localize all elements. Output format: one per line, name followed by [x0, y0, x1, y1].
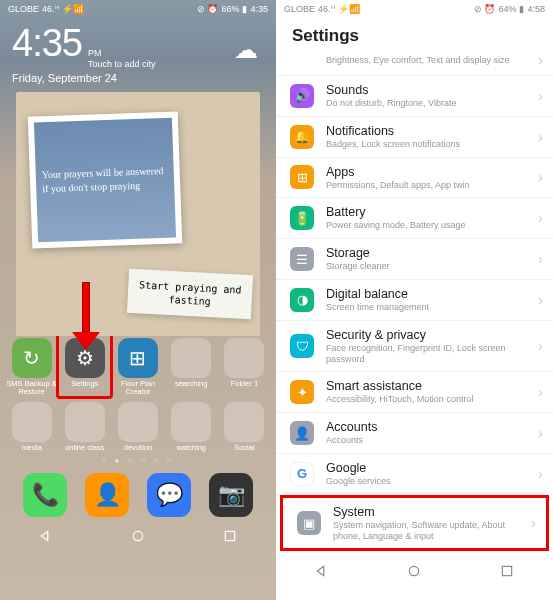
- settings-item-battery[interactable]: 🔋 Battery Power saving mode, Battery usa…: [276, 198, 553, 239]
- settings-icon: 🔊: [290, 84, 314, 108]
- settings-label: Notifications: [326, 124, 538, 138]
- settings-label: Digital balance: [326, 287, 538, 301]
- clock-ampm: PM: [88, 48, 156, 59]
- carrier: GLOBE: [8, 4, 39, 14]
- chevron-right-icon: ›: [538, 466, 543, 482]
- settings-desc: Storage cleaner: [326, 261, 538, 272]
- battery-percent: 64%: [498, 4, 516, 14]
- status-time: 4:35: [250, 4, 268, 14]
- carrier: GLOBE: [284, 4, 315, 14]
- settings-list[interactable]: Brightness, Eye comfort, Text and displa…: [276, 52, 553, 556]
- settings-desc: Screen time management: [326, 302, 538, 313]
- dock-app[interactable]: 📞: [23, 473, 67, 517]
- folder-icon: [65, 402, 105, 442]
- settings-icon: ☰: [290, 247, 314, 271]
- settings-label: Apps: [326, 165, 538, 179]
- nav-back-icon[interactable]: [315, 564, 329, 578]
- settings-screen: GLOBE 46.ᴴ ⚡📶 ⊘ ⏰ 64% ▮ 4:58 Settings Br…: [276, 0, 553, 600]
- nav-recent-icon[interactable]: [500, 564, 514, 578]
- app-row-1: ↻SMS Backup & Restore⚙Settings⊞Floor Pla…: [0, 336, 276, 397]
- settings-label: Sounds: [326, 83, 538, 97]
- folder-icon: [224, 338, 264, 378]
- home-screen: GLOBE 46.ᴴ ⚡📶 ⊘ ⏰ 66% ▮ 4:35 4:35 PM Tou…: [0, 0, 276, 600]
- settings-item-security-privacy[interactable]: 🛡 Security & privacy Face recognition, F…: [276, 321, 553, 373]
- dock-app[interactable]: 👤: [85, 473, 129, 517]
- nav-home-icon[interactable]: [407, 564, 421, 578]
- polaroid-text: Your prayers will be answered if you don…: [42, 163, 169, 195]
- app-folder-1[interactable]: Folder 1: [219, 336, 270, 397]
- app-icon: ↻: [12, 338, 52, 378]
- settings-icon: 🔔: [290, 125, 314, 149]
- settings-item-display[interactable]: Brightness, Eye comfort, Text and displa…: [276, 52, 553, 76]
- nav-back-icon[interactable]: [39, 529, 53, 543]
- settings-item-notifications[interactable]: 🔔 Notifications Badges, Lock screen noti…: [276, 117, 553, 158]
- settings-item-apps[interactable]: ⊞ Apps Permissions, Default apps, App tw…: [276, 158, 553, 199]
- nav-recent-icon[interactable]: [223, 529, 237, 543]
- status-bar: GLOBE 46.ᴴ ⚡📶 ⊘ ⏰ 64% ▮ 4:58: [276, 0, 553, 18]
- clock-time: 4:35: [12, 22, 82, 65]
- app-watching[interactable]: watching: [166, 400, 217, 452]
- nav-bar: [0, 521, 276, 551]
- weather-icon[interactable]: ☁: [234, 36, 258, 64]
- nav-bar: [276, 556, 553, 586]
- dock-app[interactable]: 💬: [147, 473, 191, 517]
- settings-label: Storage: [326, 246, 538, 260]
- signal-icon: 46.ᴴ: [318, 4, 335, 14]
- settings-desc: Accounts: [326, 435, 538, 446]
- app-label: media: [21, 444, 41, 452]
- settings-icon: 🔋: [290, 206, 314, 230]
- status-bar: GLOBE 46.ᴴ ⚡📶 ⊘ ⏰ 66% ▮ 4:35: [0, 0, 276, 18]
- chevron-right-icon: ›: [538, 384, 543, 400]
- app-label: devotion: [124, 444, 152, 452]
- chevron-right-icon: ›: [538, 292, 543, 308]
- settings-icon: ◑: [290, 288, 314, 312]
- svg-rect-3: [502, 566, 511, 575]
- settings-desc: Brightness, Eye comfort, Text and displa…: [326, 55, 538, 66]
- battery-icon: ▮: [519, 4, 524, 14]
- app-media[interactable]: media: [6, 400, 57, 452]
- settings-item-digital-balance[interactable]: ◑ Digital balance Screen time management…: [276, 280, 553, 321]
- alarm-icon: ⊘ ⏰: [197, 4, 219, 14]
- settings-desc: Google services: [326, 476, 538, 487]
- app-floor-plan-creator[interactable]: ⊞Floor Plan Creator: [112, 336, 163, 397]
- settings-label: Accounts: [326, 420, 538, 434]
- settings-icon: ▣: [297, 511, 321, 535]
- status-time: 4:58: [527, 4, 545, 14]
- clock-date: Friday, September 24: [12, 72, 264, 84]
- settings-desc: Permissions, Default apps, App twin: [326, 180, 538, 191]
- settings-label: System: [333, 505, 531, 519]
- chevron-right-icon: ›: [538, 88, 543, 104]
- annotation-arrow: [72, 282, 100, 350]
- settings-item-google[interactable]: G Google Google services ›: [276, 454, 553, 495]
- app-devotion[interactable]: devotion: [112, 400, 163, 452]
- chevron-right-icon: ›: [538, 52, 543, 68]
- app-icon: ⊞: [118, 338, 158, 378]
- app-searching[interactable]: searching: [166, 336, 217, 397]
- app-label: watching: [176, 444, 206, 452]
- settings-item-storage[interactable]: ☰ Storage Storage cleaner ›: [276, 239, 553, 280]
- chevron-right-icon: ›: [538, 210, 543, 226]
- app-label: online class: [65, 444, 104, 452]
- settings-desc: Power saving mode, Battery usage: [326, 220, 538, 231]
- nav-home-icon[interactable]: [131, 529, 145, 543]
- settings-item-accounts[interactable]: 👤 Accounts Accounts ›: [276, 413, 553, 454]
- app-online-class[interactable]: online class: [59, 400, 110, 452]
- settings-item-smart-assistance[interactable]: ✦ Smart assistance Accessibility, HiTouc…: [276, 372, 553, 413]
- app-label: Settings: [71, 380, 98, 388]
- app-sms-backup-restore[interactable]: ↻SMS Backup & Restore: [6, 336, 57, 397]
- folder-icon: [12, 402, 52, 442]
- polaroid-photo: Your prayers will be answered if you don…: [28, 111, 183, 248]
- settings-item-system[interactable]: ▣ System System navigation, Software upd…: [280, 495, 549, 552]
- sticky-note: Start praying and fasting: [127, 268, 253, 318]
- folder-icon: [171, 402, 211, 442]
- settings-icon: 🛡: [290, 334, 314, 358]
- page-dots[interactable]: ⌂ ● ○ ○ ○ ○: [0, 456, 276, 465]
- dock-app[interactable]: 📷: [209, 473, 253, 517]
- wifi-icon: ⚡📶: [338, 4, 360, 14]
- settings-item-sounds[interactable]: 🔊 Sounds Do not disturb, Ringtone, Vibra…: [276, 76, 553, 117]
- settings-desc: Do not disturb, Ringtone, Vibrate: [326, 98, 538, 109]
- app-social[interactable]: Social: [219, 400, 270, 452]
- settings-label: Security & privacy: [326, 328, 538, 342]
- page-title: Settings: [276, 18, 553, 52]
- settings-desc: System navigation, Software update, Abou…: [333, 520, 531, 542]
